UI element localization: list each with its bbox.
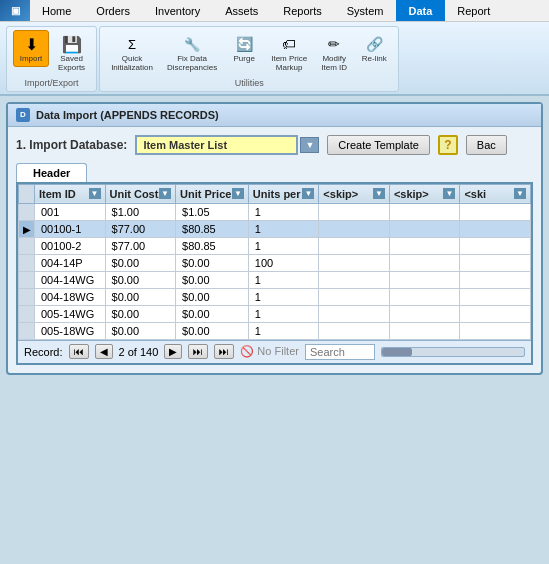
search-input[interactable]	[305, 344, 375, 360]
table-row[interactable]: 00100-2 $77.00 $80.85 1	[19, 237, 531, 254]
ribbon-btn-quick-init[interactable]: Σ QuickInitialization	[106, 30, 158, 76]
unit-price-cell: $80.85	[176, 237, 249, 254]
nav-end-button[interactable]: ⏭	[214, 344, 234, 359]
import-database-input[interactable]	[135, 135, 298, 155]
saved-exports-icon: 💾	[61, 33, 83, 55]
app-logo: ▣	[0, 0, 30, 21]
ribbon-btn-purge-label: Purge	[234, 55, 255, 64]
skip3-cell	[460, 271, 531, 288]
col-header-skip3[interactable]: <ski ▼	[460, 184, 531, 203]
col-header-units-per-label: Units per	[253, 188, 301, 200]
col-header-item-id-label: Item ID	[39, 188, 76, 200]
ribbon-group-utilities-label: Utilities	[235, 78, 264, 88]
unit-price-cell: $0.00	[176, 254, 249, 271]
table-row[interactable]: 005-14WG $0.00 $0.00 1	[19, 305, 531, 322]
nav-assets[interactable]: Assets	[213, 0, 271, 21]
table-row[interactable]: 004-18WG $0.00 $0.00 1	[19, 288, 531, 305]
info-button[interactable]: ?	[438, 135, 458, 155]
col-header-unit-price-label: Unit Price	[180, 188, 231, 200]
unit-price-cell: $1.05	[176, 203, 249, 220]
col-sort-unit-price[interactable]: ▼	[232, 188, 244, 199]
col-header-units-per[interactable]: Units per ▼	[248, 184, 319, 203]
create-template-button[interactable]: Create Template	[327, 135, 430, 155]
nav-data[interactable]: Data	[396, 0, 445, 21]
skip1-cell	[319, 288, 390, 305]
nav-system[interactable]: System	[335, 0, 397, 21]
horizontal-scrollbar[interactable]	[381, 347, 525, 357]
unit-cost-cell: $0.00	[105, 254, 176, 271]
table-row[interactable]: 004-14WG $0.00 $0.00 1	[19, 271, 531, 288]
skip2-cell	[389, 305, 460, 322]
col-header-rownum	[19, 184, 35, 203]
ribbon-btn-relink[interactable]: 🔗 Re-link	[356, 30, 392, 67]
skip1-cell	[319, 271, 390, 288]
row-num-cell	[19, 305, 35, 322]
col-header-skip1-label: <skip>	[323, 188, 358, 200]
import-select-wrapper: ▼	[135, 135, 319, 155]
table-row[interactable]: 001 $1.00 $1.05 1	[19, 203, 531, 220]
table-row[interactable]: ▶ 00100-1 $77.00 $80.85 1	[19, 220, 531, 237]
skip3-cell	[460, 220, 531, 237]
record-label: Record:	[24, 346, 63, 358]
col-sort-skip2[interactable]: ▼	[443, 188, 455, 199]
ribbon-btn-import[interactable]: ⬇ Import	[13, 30, 49, 67]
data-import-dialog: D Data Import (APPENDS RECORDS) 1. Impor…	[6, 102, 543, 375]
import-table-container: Item ID ▼ Unit Cost ▼	[16, 182, 533, 365]
nav-next-button[interactable]: ▶	[164, 344, 182, 359]
ribbon-btn-fix-data[interactable]: 🔧 Fix DataDiscrepancies	[162, 30, 222, 76]
nav-orders[interactable]: Orders	[84, 0, 143, 21]
col-sort-units-per[interactable]: ▼	[302, 188, 314, 199]
skip3-cell	[460, 254, 531, 271]
col-header-skip1[interactable]: <skip> ▼	[319, 184, 390, 203]
table-row[interactable]: 004-14P $0.00 $0.00 100	[19, 254, 531, 271]
table-scroll-area[interactable]: Item ID ▼ Unit Cost ▼	[18, 184, 531, 340]
skip1-cell	[319, 237, 390, 254]
unit-price-cell: $0.00	[176, 305, 249, 322]
back-button[interactable]: Bac	[466, 135, 507, 155]
import-icon: ⬇	[20, 33, 42, 55]
col-header-unit-price[interactable]: Unit Price ▼	[176, 184, 249, 203]
nav-report[interactable]: Report	[445, 0, 503, 21]
nav-prev-button[interactable]: ◀	[95, 344, 113, 359]
ribbon-btn-saved-exports[interactable]: 💾 SavedExports	[53, 30, 90, 76]
record-position: 2 of 140	[119, 346, 159, 358]
nav-home[interactable]: Home	[30, 0, 84, 21]
ribbon-btn-item-price[interactable]: 🏷 Item PriceMarkup	[266, 30, 312, 76]
col-header-skip2-label: <skip>	[394, 188, 429, 200]
nav-reports[interactable]: Reports	[271, 0, 335, 21]
col-header-unit-cost[interactable]: Unit Cost ▼	[105, 184, 176, 203]
row-num-cell	[19, 203, 35, 220]
item-price-icon: 🏷	[278, 33, 300, 55]
table-row[interactable]: 005-18WG $0.00 $0.00 1	[19, 322, 531, 339]
ribbon-group-utilities: Σ QuickInitialization 🔧 Fix DataDiscrepa…	[99, 26, 399, 92]
nav-inventory[interactable]: Inventory	[143, 0, 213, 21]
skip2-cell	[389, 271, 460, 288]
col-sort-unit-cost[interactable]: ▼	[159, 188, 171, 199]
col-header-skip2[interactable]: <skip> ▼	[389, 184, 460, 203]
nav-first-button[interactable]: ⏮	[69, 344, 89, 359]
col-sort-item-id[interactable]: ▼	[89, 188, 101, 199]
skip1-cell	[319, 305, 390, 322]
units-per-cell: 1	[248, 220, 319, 237]
row-num-cell	[19, 237, 35, 254]
import-dropdown-arrow[interactable]: ▼	[300, 137, 319, 153]
unit-price-cell: $80.85	[176, 220, 249, 237]
item-id-cell: 005-14WG	[35, 305, 106, 322]
ribbon-btn-modify-item[interactable]: ✏ ModifyItem ID	[316, 30, 352, 76]
dialog-body: 1. Import Database: ▼ Create Template ? …	[8, 127, 541, 373]
scrollbar-thumb[interactable]	[382, 348, 412, 356]
units-per-cell: 100	[248, 254, 319, 271]
col-sort-skip1[interactable]: ▼	[373, 188, 385, 199]
units-per-cell: 1	[248, 305, 319, 322]
header-tab[interactable]: Header	[16, 163, 87, 182]
row-num-cell	[19, 254, 35, 271]
unit-cost-cell: $0.00	[105, 322, 176, 339]
nav-last-button[interactable]: ⏭	[188, 344, 208, 359]
item-id-cell: 005-18WG	[35, 322, 106, 339]
units-per-cell: 1	[248, 203, 319, 220]
units-per-cell: 1	[248, 322, 319, 339]
col-header-item-id[interactable]: Item ID ▼	[35, 184, 106, 203]
unit-cost-cell: $0.00	[105, 288, 176, 305]
ribbon-btn-purge[interactable]: 🔄 Purge	[226, 30, 262, 67]
col-sort-skip3[interactable]: ▼	[514, 188, 526, 199]
